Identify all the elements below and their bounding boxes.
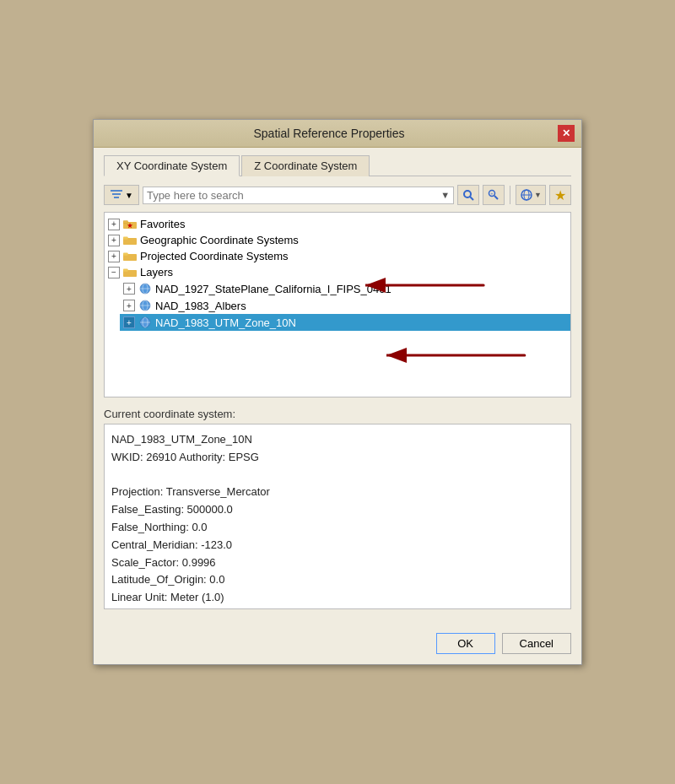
expand-nad1983albers-icon[interactable]: + <box>123 300 135 311</box>
svg-rect-0 <box>111 190 122 192</box>
tree-item-nad1983utm[interactable]: + NAD_1983_UTM_Zone_10N <box>120 314 570 331</box>
expand-favorites-icon[interactable]: + <box>108 219 120 230</box>
expand-projected-icon[interactable]: + <box>108 251 120 262</box>
nad1983utm-globe-icon <box>138 316 152 329</box>
current-content-text: NAD_1983_UTM_Zone_10NWKID: 26910 Authori… <box>111 431 564 607</box>
svg-rect-16 <box>123 237 128 240</box>
tree-item-layers[interactable]: − Layers <box>105 264 570 280</box>
favorites-label: Favorites <box>140 218 185 230</box>
ok-button[interactable]: OK <box>436 633 495 654</box>
filter-button[interactable]: ▼ <box>104 185 139 205</box>
globe-button[interactable]: ▼ <box>516 185 546 205</box>
geographic-label: Geographic Coordinate Systems <box>140 234 299 246</box>
tree-container[interactable]: + Favorites + <box>104 212 571 397</box>
layers-folder-icon <box>123 267 137 278</box>
svg-rect-20 <box>123 269 128 272</box>
search-icon <box>462 189 474 201</box>
filter-icon <box>110 188 123 202</box>
tree-item-nad1927[interactable]: + NAD_1927_StatePlane_California_I_FIPS_… <box>120 280 570 297</box>
svg-line-6 <box>494 196 498 199</box>
svg-rect-2 <box>114 197 119 198</box>
coordinate-system-tree: + Favorites + <box>104 212 571 397</box>
title-bar: Spatial Reference Properties ✕ <box>94 120 581 148</box>
current-label: Current coordinate system: <box>104 408 571 420</box>
nad1983albers-label: NAD_1983_Albers <box>155 300 246 312</box>
dialog-footer: OK Cancel <box>94 626 581 664</box>
svg-rect-18 <box>123 253 128 256</box>
nad1927-label: NAD_1927_StatePlane_California_I_FIPS_04… <box>155 283 392 295</box>
dialog-body: XY Coordinate System Z Coordinate System… <box>94 148 581 626</box>
search2-button[interactable]: + <box>483 185 505 205</box>
tree-item-nad1983albers[interactable]: + NAD_1983_Albers <box>120 297 570 314</box>
svg-line-4 <box>470 197 473 200</box>
search-toolbar: ▼ ▼ + <box>104 185 571 205</box>
search2-icon: + <box>488 189 500 201</box>
expand-layers-icon[interactable]: − <box>108 267 120 278</box>
dialog-window: Spatial Reference Properties ✕ XY Coordi… <box>93 119 582 665</box>
search-box: ▼ <box>143 187 454 204</box>
nad1983utm-label: NAD_1983_UTM_Zone_10N <box>155 316 296 329</box>
favorites-folder-icon <box>123 219 137 230</box>
close-button[interactable]: ✕ <box>558 125 575 142</box>
tab-z-coordinate-system[interactable]: Z Coordinate System <box>241 155 370 176</box>
favorites-button[interactable]: ★ <box>549 185 571 205</box>
cancel-button[interactable]: Cancel <box>502 633 571 654</box>
projected-label: Projected Coordinate Systems <box>140 250 289 262</box>
tab-bar: XY Coordinate System Z Coordinate System <box>104 154 571 176</box>
projected-folder-icon <box>123 251 137 262</box>
tree-item-favorites[interactable]: + Favorites <box>105 216 570 232</box>
expand-nad1983utm-icon[interactable]: + <box>123 316 135 328</box>
toolbar-divider <box>510 186 510 204</box>
nad1983albers-globe-icon <box>138 299 152 312</box>
search-button[interactable] <box>457 185 479 205</box>
tree-item-geographic[interactable]: + Geographic Coordinate Systems <box>105 232 570 248</box>
tree-item-projected[interactable]: + Projected Coordinate Systems <box>105 248 570 264</box>
star-icon: ★ <box>554 187 566 203</box>
svg-rect-13 <box>123 221 128 224</box>
globe-icon <box>520 188 533 202</box>
dialog-title: Spatial Reference Properties <box>100 127 558 140</box>
svg-point-3 <box>464 191 471 197</box>
svg-text:+: + <box>491 191 494 196</box>
search-input[interactable] <box>147 189 440 202</box>
nad1927-globe-icon <box>138 282 152 295</box>
search-dropdown-button[interactable]: ▼ <box>440 190 450 200</box>
current-content[interactable]: NAD_1983_UTM_Zone_10NWKID: 26910 Authori… <box>104 424 571 609</box>
svg-rect-1 <box>112 193 121 195</box>
tab-xy-coordinate-system[interactable]: XY Coordinate System <box>104 155 240 176</box>
expand-nad1927-icon[interactable]: + <box>123 283 135 295</box>
layers-label: Layers <box>140 266 173 278</box>
current-coordinate-section: Current coordinate system: NAD_1983_UTM_… <box>104 408 571 609</box>
geographic-folder-icon <box>123 235 137 246</box>
expand-geographic-icon[interactable]: + <box>108 235 120 246</box>
